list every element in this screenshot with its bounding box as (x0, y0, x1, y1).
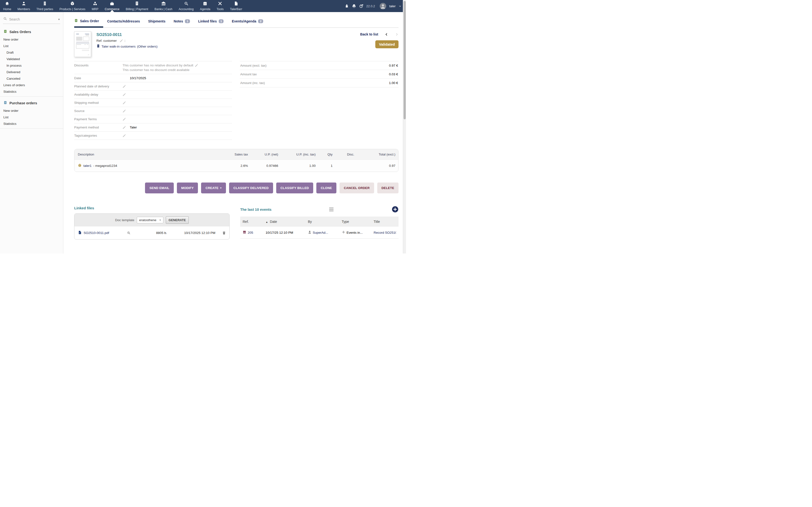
delete-file-icon[interactable] (222, 231, 226, 235)
nav-item-billing-payment[interactable]: Billing | Payment (122, 0, 151, 12)
edit-availability-delay-icon[interactable] (122, 93, 130, 96)
bug-icon[interactable] (345, 4, 349, 8)
edit-payment-terms-icon[interactable] (122, 117, 130, 121)
nav-item-third-parties[interactable]: Third parties (33, 0, 56, 12)
chevron-down-icon[interactable] (399, 5, 402, 8)
sidebar-item-in-process[interactable]: In process (0, 62, 63, 69)
preview-zoom-icon[interactable] (127, 231, 131, 235)
status-badge: Validated (375, 40, 399, 48)
event-by-link[interactable]: SuperAd... (313, 231, 328, 234)
classify-delivered-button[interactable]: CLASSIFY DELIVERED (229, 182, 273, 193)
tab-label: Shipments (148, 19, 165, 23)
list-view-icon[interactable] (329, 207, 334, 212)
order-lines-card: Description Sales tax U.P. (net) U.P. (i… (74, 149, 399, 172)
sales-orders-section-header[interactable]: Sales Orders (0, 28, 63, 36)
modify-button[interactable]: MODIFY (177, 182, 198, 193)
events-col-date[interactable]: ▲ Date (266, 220, 308, 224)
nav-label: Tools (216, 7, 223, 11)
add-event-button[interactable] (392, 206, 399, 213)
create-button[interactable]: CREATE ▾ (201, 182, 226, 193)
edit-source-icon[interactable] (122, 109, 130, 113)
help-icon[interactable] (359, 4, 363, 8)
tab-contacts-addresses[interactable]: Contacts/Addresses (103, 19, 144, 28)
sidebar-item-validated[interactable]: Validated (0, 56, 63, 62)
next-record-icon[interactable] (395, 33, 399, 36)
tab-shipments[interactable]: Shipments (144, 19, 170, 28)
nav-item-agenda[interactable]: Agenda (197, 0, 213, 12)
edit-tags-icon[interactable] (122, 134, 130, 137)
events-col-by[interactable]: By (308, 220, 342, 224)
navbar-right: 22.0.2 taler (345, 0, 402, 12)
nav-item-banks-cash[interactable]: Banks | Cash (151, 0, 175, 12)
other-orders-link[interactable]: (Other orders) (137, 45, 158, 48)
sidebar-item-po-statistics[interactable]: Statistics (0, 120, 63, 127)
section-title: Purchase orders (9, 101, 37, 105)
tab-events-agenda[interactable]: Events/Agenda2 (227, 19, 267, 28)
sidebar-item-draft[interactable]: Draft (0, 49, 63, 56)
line-total: 0.97 (357, 160, 398, 172)
events-header-row: Ref. ▲ Date By Type Title (240, 217, 399, 227)
user-menu-label[interactable]: taler (389, 4, 396, 8)
tab-notes[interactable]: Notes1 (170, 19, 194, 28)
tab-label: Linked files (198, 19, 217, 23)
doc-template-select[interactable]: eratosthene ▾ (137, 217, 163, 223)
linked-file-link[interactable]: SO2510-0011.pdf (84, 231, 127, 235)
sidebar-item-po-list[interactable]: List (0, 114, 63, 120)
events-col-ref[interactable]: Ref. (243, 220, 266, 224)
events-col-title[interactable]: Title (373, 220, 396, 224)
search-input[interactable] (9, 17, 45, 21)
send-email-button[interactable]: SEND EMAIL (145, 182, 173, 193)
nav-item-mrp[interactable]: MRP (89, 0, 101, 12)
linked-files-count-badge: 1 (219, 19, 223, 23)
avatar[interactable] (379, 3, 387, 10)
clone-button[interactable]: CLONE (316, 182, 337, 193)
edit-shipping-method-icon[interactable] (122, 101, 130, 105)
nav-item-talerbarr[interactable]: TalerBarr (227, 0, 245, 12)
nav-item-home[interactable]: Home (0, 0, 14, 12)
linked-files-card: Doc template eratosthene ▾ GENERATE SO25… (74, 213, 230, 239)
pagination-row: Back to list (360, 32, 399, 36)
field-row-tags: Tags/categories (74, 131, 232, 140)
nav-item-tools[interactable]: Tools (213, 0, 227, 12)
edit-planned-delivery-icon[interactable] (122, 84, 130, 88)
scrollbar-thumb[interactable] (404, 1, 406, 119)
page-scrollbar[interactable] (403, 0, 406, 253)
sidebar-item-new-order[interactable]: New order (0, 36, 63, 43)
customer-link[interactable]: Taler walk-in customers (101, 45, 136, 48)
field-label: Discounts (74, 63, 122, 67)
nav-item-accounting[interactable]: Accounting (175, 0, 197, 12)
purchase-orders-section-header[interactable]: Purchase orders (0, 100, 63, 107)
order-titles: SO2510-0011 Ref. customer : Taler walk-i… (96, 32, 158, 57)
sidebar-item-statistics[interactable]: Statistics (0, 89, 63, 95)
events-count-badge: 2 (258, 19, 263, 23)
events-section: The last 10 events Ref. ▲ Date By Type T… (240, 206, 399, 239)
cancel-order-button[interactable]: CANCEL ORDER (340, 182, 374, 193)
document-thumbnail[interactable] (74, 32, 91, 57)
back-to-list-link[interactable]: Back to list (360, 32, 378, 36)
event-title-link[interactable]: Record SO2510-0011 modifi (373, 231, 396, 234)
events-col-type[interactable]: Type (342, 220, 373, 224)
product-link[interactable]: taler1 (83, 164, 92, 168)
tab-linked-files[interactable]: Linked files1 (194, 19, 227, 28)
nav-item-products-services[interactable]: Products | Services (56, 0, 89, 12)
generate-button[interactable]: GENERATE (166, 216, 189, 224)
sidebar-item-delivered[interactable]: Delivered (0, 69, 63, 75)
edit-ref-customer-icon[interactable] (120, 39, 123, 43)
event-ref-link[interactable]: 205 (248, 231, 253, 234)
printer-icon[interactable] (352, 4, 356, 8)
edit-payment-method-icon[interactable] (122, 125, 130, 129)
delete-button[interactable]: DELETE (377, 182, 399, 193)
sidebar-item-canceled[interactable]: Canceled (0, 75, 63, 82)
edit-discount-icon[interactable] (195, 64, 198, 67)
classify-billed-button[interactable]: CLASSIFY BILLED (276, 182, 313, 193)
tab-sales-order[interactable]: Sales Order (74, 18, 103, 28)
tab-label: Contacts/Addresses (107, 19, 140, 23)
sidebar-item-po-new-order[interactable]: New order (0, 107, 63, 114)
sidebar-item-lines-of-orders[interactable]: Lines of orders (0, 82, 63, 89)
search-dollar-icon (184, 1, 189, 7)
sidebar-item-list[interactable]: List (0, 43, 63, 49)
search-caret-icon[interactable]: ▾ (58, 18, 60, 21)
previous-record-icon[interactable] (385, 33, 388, 36)
nav-item-members[interactable]: Members (14, 0, 33, 12)
nav-item-commerce[interactable]: Commerce (101, 0, 122, 12)
